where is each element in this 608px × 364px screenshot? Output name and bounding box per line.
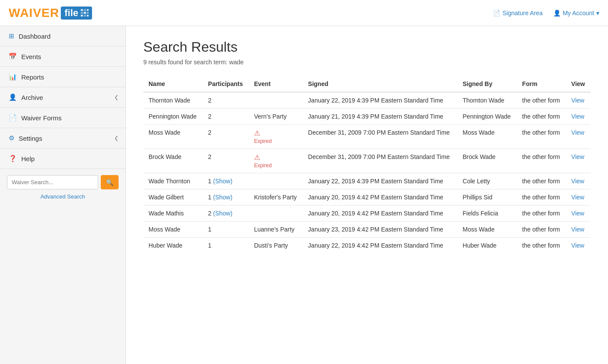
- cell-name: Pennington Wade: [143, 109, 203, 125]
- cell-participants: 2: [203, 149, 249, 173]
- bar-chart-icon: 📊: [9, 73, 17, 81]
- col-event: Event: [249, 76, 303, 92]
- cell-view: View: [566, 125, 591, 149]
- view-link[interactable]: View: [571, 226, 584, 233]
- cell-signed-by: Brock Wade: [457, 149, 517, 173]
- cell-form: the other form: [517, 222, 566, 238]
- table-row: Moss Wade1Luanne's PartyJanuary 23, 2019…: [143, 222, 591, 238]
- table-body: Thornton Wade2January 22, 2019 4:39 PM E…: [143, 92, 591, 253]
- col-name: Name: [143, 76, 203, 92]
- cell-signed: January 20, 2019 4:42 PM Eastern Standar…: [303, 189, 457, 205]
- cell-signed: January 20, 2019 4:42 PM Eastern Standar…: [303, 205, 457, 222]
- cell-signed-by: Phillips Sid: [457, 189, 517, 205]
- page-title: Search Results: [143, 39, 591, 55]
- cell-signed-by: Moss Wade: [457, 222, 517, 238]
- logo-file-box: file: [61, 7, 92, 20]
- show-link[interactable]: (Show): [213, 178, 232, 185]
- cell-participants: 2: [203, 125, 249, 149]
- expired-label: Expired: [254, 138, 272, 144]
- sidebar-item-settings[interactable]: ⚙ Settings ❮: [0, 128, 126, 149]
- view-link[interactable]: View: [571, 153, 584, 160]
- cell-participants: 1: [203, 222, 249, 238]
- calendar-icon: 📅: [9, 53, 17, 60]
- sidebar-item-label: Settings: [19, 135, 42, 142]
- cell-participants: 1: [203, 238, 249, 254]
- col-form: Form: [517, 76, 566, 92]
- col-signed: Signed: [303, 76, 457, 92]
- search-input[interactable]: [7, 175, 98, 189]
- help-icon: ❓: [9, 155, 17, 162]
- signature-area-icon: 📄: [493, 10, 500, 17]
- cell-event: [249, 173, 303, 189]
- cell-view: View: [566, 238, 591, 254]
- cell-view: View: [566, 205, 591, 222]
- cell-signed-by: Thornton Wade: [457, 92, 517, 109]
- chevron-left-icon: ❮: [114, 94, 119, 100]
- sidebar-advanced-search: Advanced Search: [0, 191, 126, 205]
- sidebar-search: 🔍: [0, 169, 126, 191]
- view-link[interactable]: View: [571, 97, 584, 104]
- cell-participants: 2: [203, 109, 249, 125]
- view-link[interactable]: View: [571, 194, 584, 201]
- sidebar-item-label: Events: [21, 53, 41, 60]
- my-account-link[interactable]: 👤 My Account ▾: [553, 10, 599, 17]
- table-row: Huber Wade1Dusti's PartyJanuary 22, 2019…: [143, 238, 591, 254]
- cell-signed: January 22, 2019 4:42 PM Eastern Standar…: [303, 238, 457, 254]
- table-row: Wade Thornton1 (Show)January 22, 2019 4:…: [143, 173, 591, 189]
- sidebar-item-label: Waiver Forms: [21, 114, 62, 122]
- view-link[interactable]: View: [571, 129, 584, 136]
- sidebar-item-events[interactable]: 📅 Events: [0, 46, 126, 67]
- view-link[interactable]: View: [571, 210, 584, 217]
- cell-form: the other form: [517, 238, 566, 254]
- cell-name: Wade Gilbert: [143, 189, 203, 205]
- sidebar-item-label: Reports: [21, 73, 44, 81]
- table-row: Wade Gilbert1 (Show)Kristofer's PartyJan…: [143, 189, 591, 205]
- advanced-search-link[interactable]: Advanced Search: [40, 193, 85, 200]
- cell-view: View: [566, 149, 591, 173]
- gear-icon: ⚙: [9, 134, 14, 142]
- results-table: Name Participants Event Signed Signed By…: [143, 76, 591, 253]
- main-content: Search Results 9 results found for searc…: [126, 26, 608, 364]
- cell-signed-by: Huber Wade: [457, 238, 517, 254]
- cell-signed: January 22, 2019 4:39 PM Eastern Standar…: [303, 92, 457, 109]
- cell-signed-by: Moss Wade: [457, 125, 517, 149]
- cell-name: Wade Mathis: [143, 205, 203, 222]
- sidebar-item-waiver-forms[interactable]: 📄 Waiver Forms: [0, 108, 126, 128]
- chevron-left-icon-2: ❮: [114, 135, 119, 141]
- cell-event: ⚠Expired: [249, 125, 303, 149]
- cell-event: Kristofer's Party: [249, 189, 303, 205]
- sidebar-item-reports[interactable]: 📊 Reports: [0, 67, 126, 87]
- cell-participants: 2 (Show): [203, 205, 249, 222]
- view-link[interactable]: View: [571, 242, 584, 249]
- show-link[interactable]: (Show): [213, 210, 232, 217]
- cell-event: ⚠Expired: [249, 149, 303, 173]
- signature-area-link[interactable]: 📄 Signature Area: [493, 10, 543, 17]
- cell-event: Luanne's Party: [249, 222, 303, 238]
- cell-view: View: [566, 189, 591, 205]
- search-button[interactable]: 🔍: [101, 175, 119, 189]
- cell-name: Thornton Wade: [143, 92, 203, 109]
- sidebar-item-dashboard[interactable]: ⊞ Dashboard: [0, 26, 126, 46]
- cell-signed: January 23, 2019 4:42 PM Eastern Standar…: [303, 222, 457, 238]
- table-header: Name Participants Event Signed Signed By…: [143, 76, 591, 92]
- cell-view: View: [566, 173, 591, 189]
- cell-name: Moss Wade: [143, 125, 203, 149]
- sidebar-item-label: Dashboard: [19, 33, 50, 40]
- logo-file-text: file: [64, 7, 78, 19]
- sidebar-item-archive[interactable]: 👤 Archive ❮: [0, 87, 126, 108]
- cell-view: View: [566, 222, 591, 238]
- logo[interactable]: WAIVER file: [9, 6, 92, 20]
- cell-form: the other form: [517, 149, 566, 173]
- cell-participants: 1 (Show): [203, 189, 249, 205]
- show-link[interactable]: (Show): [213, 194, 232, 201]
- cell-signed-by: Cole Letty: [457, 173, 517, 189]
- view-link[interactable]: View: [571, 113, 584, 120]
- col-signed-by: Signed By: [457, 76, 517, 92]
- cell-name: Wade Thornton: [143, 173, 203, 189]
- sidebar-item-help[interactable]: ❓ Help: [0, 149, 126, 169]
- view-link[interactable]: View: [571, 178, 584, 185]
- cell-form: the other form: [517, 109, 566, 125]
- results-summary: 9 results found for search term: wade: [143, 59, 591, 66]
- cell-form: the other form: [517, 173, 566, 189]
- cell-event: Vern's Party: [249, 109, 303, 125]
